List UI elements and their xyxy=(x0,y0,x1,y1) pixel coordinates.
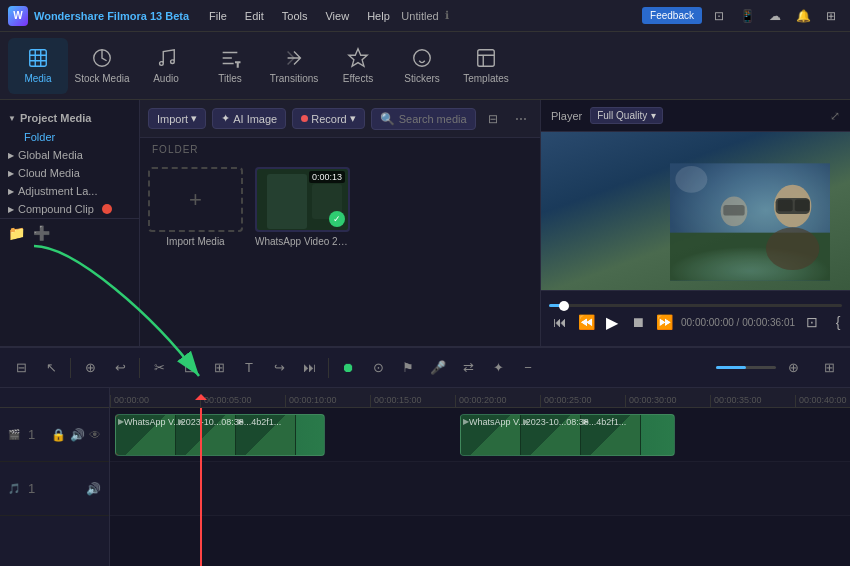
svg-point-12 xyxy=(766,227,819,270)
zoom-control xyxy=(716,366,776,369)
toolbar-effects[interactable]: Effects xyxy=(328,38,388,94)
filter-icon[interactable]: ⊟ xyxy=(482,108,504,130)
timeline-undo-icon[interactable]: ↩ xyxy=(107,355,133,381)
eye-icon[interactable]: 👁 xyxy=(89,428,101,442)
menu-file[interactable]: File xyxy=(201,7,235,25)
screen-icon[interactable]: ⊡ xyxy=(708,5,730,27)
sidebar-item-global-media[interactable]: ▶ Global Media xyxy=(0,146,139,164)
ai-image-button[interactable]: ✦ AI Image xyxy=(212,108,286,129)
title-controls: Feedback ⊡ 📱 ☁ 🔔 ⊞ xyxy=(642,5,842,27)
more-options-icon[interactable]: ⋯ xyxy=(510,108,532,130)
import-media-item[interactable]: + Import Media xyxy=(148,167,243,247)
title-icon: ℹ xyxy=(445,9,449,22)
timeline-area: ⊟ ↖ ⊕ ↩ ✂ ⊡ ⊞ T ↪ ⏭ ⏺ ⊙ ⚑ 🎤 ⇄ ✦ − ⊕ ⊞ xyxy=(0,346,850,566)
player-quality-selector[interactable]: Full Quality ▾ xyxy=(590,107,663,124)
left-sidebar: ▼ Project Media Folder ▶ Global Media ▶ … xyxy=(0,100,140,346)
timeline-cursor-icon[interactable]: ↖ xyxy=(38,355,64,381)
toolbar-stock-label: Stock Media xyxy=(74,73,129,84)
timeline-flag-icon[interactable]: ⚑ xyxy=(395,355,421,381)
timeline-minus-icon[interactable]: − xyxy=(515,355,541,381)
timeline-adjust-icon[interactable]: ⊙ xyxy=(365,355,391,381)
quality-chevron-icon: ▾ xyxy=(651,110,656,121)
compound-clip-badge xyxy=(102,204,112,214)
video-clip-1[interactable]: WhatsApp V...2023-10...08:38...4b2f1... xyxy=(115,414,325,456)
menu-help[interactable]: Help xyxy=(359,7,398,25)
sidebar-item-adjustment[interactable]: ▶ Adjustment La... xyxy=(0,182,139,200)
main-toolbar: Media Stock Media Audio T Titles Transit… xyxy=(0,32,850,100)
import-media-thumb[interactable]: + xyxy=(148,167,243,232)
step-back-icon[interactable]: ⏪ xyxy=(575,311,597,333)
timeline-switch-icon[interactable]: ⇄ xyxy=(455,355,481,381)
feedback-button[interactable]: Feedback xyxy=(642,7,702,24)
menu-view[interactable]: View xyxy=(317,7,357,25)
timeline-cut-icon[interactable]: ✂ xyxy=(146,355,172,381)
progress-bar[interactable] xyxy=(549,304,842,307)
video-duration-badge: 0:00:13 xyxy=(309,171,345,183)
toolbar-stock-media[interactable]: Stock Media xyxy=(72,38,132,94)
separator-3 xyxy=(328,358,329,378)
timeline-text-icon[interactable]: T xyxy=(236,355,262,381)
lock-icon[interactable]: 🔒 xyxy=(51,428,66,442)
speaker-icon[interactable]: 🔊 xyxy=(70,428,85,442)
toolbar-audio[interactable]: Audio xyxy=(136,38,196,94)
cloud-icon[interactable]: ☁ xyxy=(764,5,786,27)
toolbar-transitions[interactable]: Transitions xyxy=(264,38,324,94)
timeline-add-track-icon[interactable]: ⊕ xyxy=(780,355,806,381)
progress-thumb[interactable] xyxy=(559,301,569,311)
toolbar-titles-label: Titles xyxy=(218,73,242,84)
stop-icon[interactable]: ⏹ xyxy=(627,311,649,333)
zoom-slider[interactable] xyxy=(716,366,776,369)
menu-tools[interactable]: Tools xyxy=(274,7,316,25)
svg-rect-10 xyxy=(778,200,793,212)
time-display: 00:00:00:00 / 00:00:36:01 xyxy=(681,317,795,328)
sidebar-item-cloud-media[interactable]: ▶ Cloud Media xyxy=(0,164,139,182)
toolbar-media[interactable]: Media xyxy=(8,38,68,94)
sidebar-add-icon[interactable]: ➕ xyxy=(33,225,50,241)
player-expand-icon[interactable]: ⤢ xyxy=(830,109,840,123)
toolbar-audio-label: Audio xyxy=(153,73,179,84)
import-button[interactable]: Import ▾ xyxy=(148,108,206,129)
play-icon[interactable]: ▶ xyxy=(601,311,623,333)
grid-icon[interactable]: ⊞ xyxy=(820,5,842,27)
whatsapp-video-item[interactable]: 0:00:13 ✓ WhatsApp Video 2023-10-05... xyxy=(255,167,350,247)
timeline-grid-icon[interactable]: ⊞ xyxy=(816,355,842,381)
toolbar-titles[interactable]: T Titles xyxy=(200,38,260,94)
toolbar-stickers[interactable]: Stickers xyxy=(392,38,452,94)
skip-forward-icon[interactable]: ⏩ xyxy=(653,311,675,333)
timeline-record-icon[interactable]: ⏺ xyxy=(335,355,361,381)
sidebar-project-media-label: Project Media xyxy=(20,112,92,124)
mobile-icon[interactable]: 📱 xyxy=(736,5,758,27)
timeline-mic-icon[interactable]: 🎤 xyxy=(425,355,451,381)
timeline-forward-icon[interactable]: ⏭ xyxy=(296,355,322,381)
skip-back-icon[interactable]: ⏮ xyxy=(549,311,571,333)
mark-in-icon[interactable]: { xyxy=(827,311,849,333)
playback-buttons: ⏮ ⏪ ▶ ⏹ ⏩ xyxy=(549,311,675,333)
audio-track-header: 🎵 1 🔊 xyxy=(0,462,109,516)
timeline-ai-icon[interactable]: ✦ xyxy=(485,355,511,381)
sidebar-folder[interactable]: Folder xyxy=(0,128,139,146)
video-clip-2[interactable]: WhatsApp V...2023-10...08:38...4b2f1... xyxy=(460,414,675,456)
toolbar-templates[interactable]: Templates xyxy=(456,38,516,94)
timeline-copy-icon[interactable]: ⊡ xyxy=(176,355,202,381)
sidebar-project-media[interactable]: ▼ Project Media xyxy=(0,108,139,128)
timeline-paste-icon[interactable]: ⊞ xyxy=(206,355,232,381)
toolbar-templates-label: Templates xyxy=(463,73,509,84)
menu-edit[interactable]: Edit xyxy=(237,7,272,25)
timeline-settings-icon[interactable]: ⊟ xyxy=(8,355,34,381)
audio-speaker-icon[interactable]: 🔊 xyxy=(86,482,101,496)
ruler[interactable]: 00:00:00 00:00:05:00 00:00:10:00 00:00:1… xyxy=(110,388,850,408)
timeline-select-icon[interactable]: ⊕ xyxy=(77,355,103,381)
import-chevron-icon: ▾ xyxy=(191,112,197,125)
player-viewport xyxy=(541,132,850,290)
search-input[interactable] xyxy=(399,113,467,125)
record-button[interactable]: Record ▾ xyxy=(292,108,364,129)
bell-icon[interactable]: 🔔 xyxy=(792,5,814,27)
sidebar-item-compound-clip[interactable]: ▶ Compound Clip xyxy=(0,200,139,218)
record-chevron-icon: ▾ xyxy=(350,112,356,125)
crop-icon[interactable]: ⊡ xyxy=(801,311,823,333)
audio-track-controls: 🔊 xyxy=(86,482,101,496)
search-box[interactable]: 🔍 xyxy=(371,108,476,130)
sidebar-add-folder-icon[interactable]: 📁 xyxy=(8,225,25,241)
timeline-redo-icon[interactable]: ↪ xyxy=(266,355,292,381)
ruler-mark-3: 00:00:15:00 xyxy=(370,395,455,407)
